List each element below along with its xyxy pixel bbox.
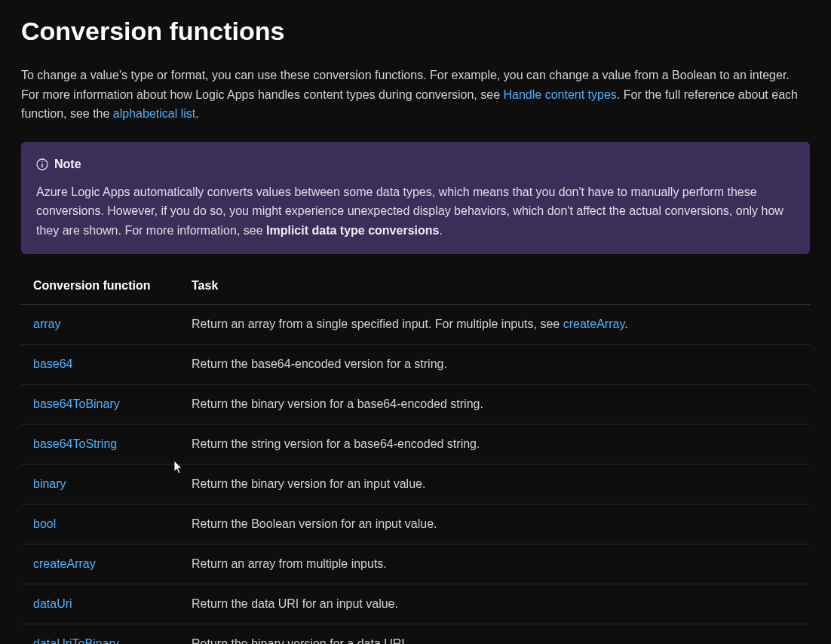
table-row: base64ToBinaryReturn the binary version … [21,384,810,424]
table-cell-task: Return the Boolean version for an input … [179,504,810,544]
table-cell-task: Return the binary version for an input v… [179,464,810,504]
table-header-row: Conversion function Task [21,268,810,305]
table-row: binaryReturn the binary version for an i… [21,464,810,504]
function-link[interactable]: bool [33,517,56,530]
table-cell-function: base64ToString [21,424,179,464]
function-link[interactable]: base64 [33,357,73,370]
table-cell-function: dataUriToBinary [21,624,179,644]
table-cell-function: bool [21,504,179,544]
table-cell-function: dataUri [21,584,179,624]
svg-point-2 [41,161,43,162]
table-cell-task: Return the data URI for an input value. [179,584,810,624]
table-cell-task: Return an array from a single specified … [179,304,810,344]
table-cell-function: base64ToBinary [21,384,179,424]
task-text: Return the base64-encoded version for a … [192,357,447,370]
table-row: arrayReturn an array from a single speci… [21,304,810,344]
table-cell-task: Return the binary version for a data URI… [179,624,810,644]
table-cell-function: array [21,304,179,344]
function-link[interactable]: binary [33,477,66,490]
function-link[interactable]: base64ToBinary [33,397,120,410]
note-body-after: . [439,224,442,237]
function-link[interactable]: dataUri [33,597,72,610]
task-text-after: . [624,317,627,330]
task-text: Return the Boolean version for an input … [192,517,437,530]
task-text: Return the binary version for an input v… [192,477,425,490]
link-alphabetical-list[interactable]: alphabetical list [113,107,195,120]
task-text: Return an array from multiple inputs. [192,557,387,570]
table-cell-function: base64 [21,344,179,384]
note-header: Note [36,155,795,173]
table-cell-task: Return the binary version for a base64-e… [179,384,810,424]
function-link[interactable]: createArray [33,557,96,570]
function-link[interactable]: array [33,317,60,330]
table-row: base64ToStringReturn the string version … [21,424,810,464]
info-icon [36,158,48,170]
conversion-functions-table: Conversion function Task arrayReturn an … [21,268,810,644]
note-body: Azure Logic Apps automatically converts … [36,182,795,241]
note-strong-link[interactable]: Implicit data type conversions [266,224,439,237]
function-link[interactable]: base64ToString [33,437,117,450]
table-row: boolReturn the Boolean version for an in… [21,504,810,544]
table-cell-function: binary [21,464,179,504]
task-inline-link[interactable]: createArray [563,317,625,330]
task-text: Return the string version for a base64-e… [192,437,480,450]
intro-text-3: . [195,107,198,120]
task-text: Return the binary version for a data URI… [192,637,408,644]
table-row: createArrayReturn an array from multiple… [21,544,810,584]
table-row: dataUriReturn the data URI for an input … [21,584,810,624]
table-cell-function: createArray [21,544,179,584]
task-text: Return the binary version for a base64-e… [192,397,483,410]
table-header-task: Task [179,268,810,305]
table-cell-task: Return an array from multiple inputs. [179,544,810,584]
table-row: dataUriToBinaryReturn the binary version… [21,624,810,644]
table-cell-task: Return the string version for a base64-e… [179,424,810,464]
link-handle-content-types[interactable]: Handle content types [503,88,616,101]
task-text: Return the data URI for an input value. [192,597,398,610]
function-link[interactable]: dataUriToBinary [33,637,119,644]
task-text: Return an array from a single specified … [192,317,563,330]
page-heading: Conversion functions [21,12,810,51]
note-title: Note [54,155,81,173]
table-row: base64Return the base64-encoded version … [21,344,810,384]
table-header-function: Conversion function [21,268,179,305]
table-cell-task: Return the base64-encoded version for a … [179,344,810,384]
intro-paragraph: To change a value's type or format, you … [21,66,810,124]
note-callout: Note Azure Logic Apps automatically conv… [21,142,810,254]
